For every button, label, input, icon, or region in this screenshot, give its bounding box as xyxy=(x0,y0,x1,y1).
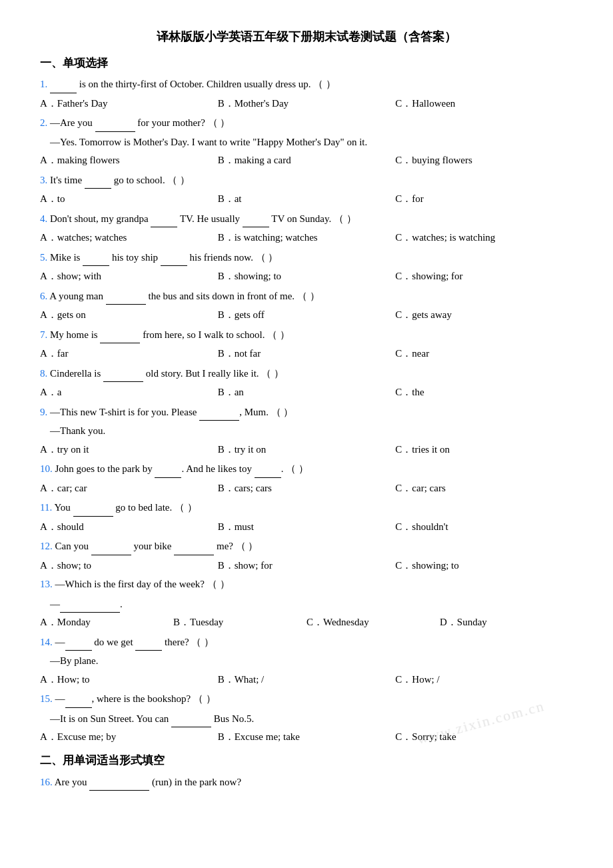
q9-dialog2: —Thank you. xyxy=(40,423,573,440)
q1-option-a: A．Father's Day xyxy=(40,95,218,113)
q10-options: A．car; car B．cars; cars C．car; cars xyxy=(40,480,573,497)
q14-options: A．How; to B．What; / C．How; / xyxy=(40,671,573,689)
q8-num: 8. xyxy=(40,368,47,379)
question-4: 4. Don't shout, my grandpa TV. He usuall… xyxy=(40,210,573,228)
q5-num: 5. xyxy=(40,252,47,263)
q8-option-b: B．an xyxy=(218,384,396,401)
q9-option-a: A．try on it xyxy=(40,441,218,459)
q13-option-b: B．Tuesday xyxy=(173,614,306,631)
q4-option-a: A．watches; watches xyxy=(40,229,218,247)
q3-num: 3. xyxy=(40,175,47,185)
q5-option-a: A．show; with xyxy=(40,268,218,285)
q2-dialog2: —Yes. Tomorrow is Mother's Day. I want t… xyxy=(40,134,573,151)
q4-text: Don't shout, my grandpa TV. He usually T… xyxy=(50,213,356,224)
q6-options: A．gets on B．gets off C．gets away xyxy=(40,307,573,324)
q15-option-c: C．Sorry; take xyxy=(395,729,573,746)
q6-option-b: B．gets off xyxy=(218,307,396,324)
q13-options: A．Monday B．Tuesday C．Wednesday D．Sunday xyxy=(40,614,573,631)
q15-num: 15. xyxy=(40,693,53,704)
q8-option-c: C．the xyxy=(395,384,573,401)
q9-option-b: B．try it on xyxy=(218,441,396,459)
q11-text: You go to bed late. （ ） xyxy=(54,502,197,513)
question-9: 9. —This new T-shirt is for you. Please … xyxy=(40,403,573,421)
q1-option-c: C．Halloween xyxy=(395,95,573,113)
q9-option-c: C．tries it on xyxy=(395,441,573,459)
q1-num: 1. xyxy=(40,79,47,89)
question-6: 6. A young man the bus and sits down in … xyxy=(40,287,573,305)
q5-option-b: B．showing; to xyxy=(218,268,396,285)
q5-options: A．show; with B．showing; to C．showing; fo… xyxy=(40,268,573,285)
q14-option-a: A．How; to xyxy=(40,671,218,689)
q12-text: Can you your bike me? （ ） xyxy=(55,541,259,551)
q2-option-b: B．making a card xyxy=(218,152,396,169)
q10-option-c: C．car; cars xyxy=(395,480,573,497)
q8-option-a: A．a xyxy=(40,384,218,401)
q16-text: Are you (run) in the park now? xyxy=(55,777,241,787)
question-1: 1. is on the thirty-first of October. Ch… xyxy=(40,75,573,93)
q13-dialog1: —Which is the first day of the week? （ ） xyxy=(55,579,230,589)
q12-options: A．show; to B．show; for C．showing; to xyxy=(40,557,573,575)
q14-option-c: C．How; / xyxy=(395,671,573,689)
q15-options: A．Excuse me; by B．Excuse me; take C．Sorr… xyxy=(40,729,573,746)
q7-option-a: A．far xyxy=(40,345,218,363)
q13-num: 13. xyxy=(40,579,53,589)
q11-option-b: B．must xyxy=(218,519,396,536)
q7-text: My home is from here, so I walk to schoo… xyxy=(50,329,290,340)
question-16: 16. Are you (run) in the park now? xyxy=(40,773,573,791)
q14-num: 14. xyxy=(40,637,53,647)
q2-options: A．making flowers B．making a card C．buyin… xyxy=(40,152,573,169)
page-title: 译林版版小学英语五年级下册期末试卷测试题（含答案） xyxy=(40,27,573,47)
q13-option-c: C．Wednesday xyxy=(306,614,440,631)
q12-option-c: C．showing; to xyxy=(395,557,573,575)
q5-text: Mike is his toy ship his friends now. （ … xyxy=(50,252,278,263)
q5-option-c: C．showing; for xyxy=(395,268,573,285)
q11-option-a: A．should xyxy=(40,519,218,536)
section1-header: 一、单项选择 xyxy=(40,54,573,73)
q13-option-d: D．Sunday xyxy=(440,614,573,631)
q7-options: A．far B．not far C．near xyxy=(40,345,573,363)
q1-option-b: B．Mother's Day xyxy=(218,95,396,113)
q8-options: A．a B．an C．the xyxy=(40,384,573,401)
question-5: 5. Mike is his toy ship his friends now.… xyxy=(40,249,573,267)
q14-option-b: B．What; / xyxy=(218,671,396,689)
question-8: 8. Cinderella is old story. But I really… xyxy=(40,365,573,383)
q11-option-c: C．shouldn't xyxy=(395,519,573,536)
q4-option-c: C．watches; is watching xyxy=(395,229,573,247)
q6-text: A young man the bus and sits down in fro… xyxy=(49,291,319,301)
question-11: 11. You go to bed late. （ ） xyxy=(40,499,573,517)
q14-dialog2: —By plane. xyxy=(40,653,573,670)
q10-text: John goes to the park by . And he likes … xyxy=(55,463,308,474)
q15-option-a: A．Excuse me; by xyxy=(40,729,218,746)
q3-option-c: C．for xyxy=(395,191,573,208)
question-14: 14. — do we get there? （ ） xyxy=(40,633,573,651)
q9-options: A．try on it B．try it on C．tries it on xyxy=(40,441,573,459)
q13-dialog2: — . xyxy=(40,595,573,613)
q11-num: 11. xyxy=(40,502,52,513)
q6-option-a: A．gets on xyxy=(40,307,218,324)
q9-num: 9. xyxy=(40,407,47,417)
q12-option-a: A．show; to xyxy=(40,557,218,575)
q15-dialog2: —It is on Sun Street. You can Bus No.5. xyxy=(40,710,573,728)
question-13: 13. —Which is the first day of the week?… xyxy=(40,576,573,593)
question-12: 12. Can you your bike me? （ ） xyxy=(40,537,573,555)
q4-options: A．watches; watches B．is watching; watche… xyxy=(40,229,573,247)
q2-option-c: C．buying flowers xyxy=(395,152,573,169)
q1-options: A．Father's Day B．Mother's Day C．Hallowee… xyxy=(40,95,573,113)
q1-text: is on the thirty-first of October. Child… xyxy=(50,79,336,89)
q3-text: It's time go to school. （ ） xyxy=(50,175,190,185)
q16-num: 16. xyxy=(40,777,53,787)
q9-dialog1: —This new T-shirt is for you. Please , M… xyxy=(50,407,293,417)
q6-num: 6. xyxy=(40,291,47,301)
q3-options: A．to B．at C．for xyxy=(40,191,573,208)
q10-num: 10. xyxy=(40,463,53,474)
q10-option-a: A．car; car xyxy=(40,480,218,497)
q3-option-b: B．at xyxy=(218,191,396,208)
q8-text: Cinderella is old story. But I really li… xyxy=(50,368,284,379)
q12-option-b: B．show; for xyxy=(218,557,396,575)
q7-option-c: C．near xyxy=(395,345,573,363)
q15-option-b: B．Excuse me; take xyxy=(218,729,396,746)
q2-option-a: A．making flowers xyxy=(40,152,218,169)
question-7: 7. My home is from here, so I walk to sc… xyxy=(40,326,573,344)
q12-num: 12. xyxy=(40,541,53,551)
q2-num: 2. xyxy=(40,117,47,128)
